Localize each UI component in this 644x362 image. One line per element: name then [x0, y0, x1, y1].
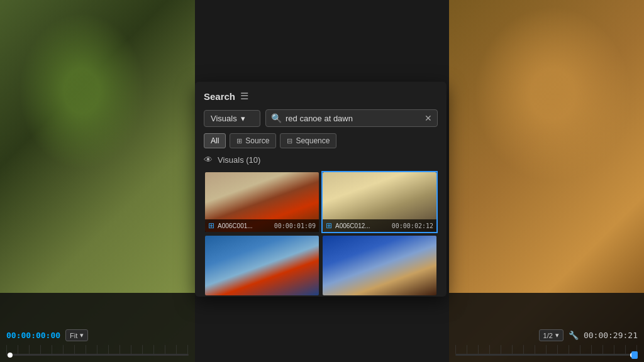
search-panel: Search ☰ Visuals ▾ 🔍 ✕ All ⊞ Source ⊟ Se…: [195, 82, 447, 297]
visuals-label: Visuals: [211, 114, 237, 123]
right-controls-row: 1/2 ▾ 🔧 00:00:29:21: [455, 329, 638, 341]
fit-dropdown[interactable]: Fit ▾: [65, 329, 88, 341]
result-item-4[interactable]: [321, 234, 438, 297]
timeline-handle[interactable]: [8, 353, 13, 358]
result-thumb-3: [205, 236, 319, 295]
clip-name-1: A006C001...: [218, 222, 271, 229]
result-item-2[interactable]: ⊞ A006C012... 00:00:02:12: [321, 171, 438, 233]
filter-row: All ⊞ Source ⊟ Sequence: [204, 133, 438, 148]
visuals-dropdown[interactable]: Visuals ▾: [204, 110, 260, 127]
section-title: Visuals (10): [218, 155, 260, 165]
clip-icon-1: ⊞: [208, 221, 214, 230]
left-timecode: 00:00:00:00: [6, 331, 60, 340]
right-timecode: 00:00:29:21: [584, 331, 638, 340]
sequence-icon: ⊟: [287, 137, 292, 145]
search-input-wrap: 🔍 ✕: [265, 109, 438, 127]
filter-all-button[interactable]: All: [204, 133, 226, 148]
chevron-down-icon: ▾: [241, 114, 245, 123]
source-grid-icon: ⊞: [236, 137, 242, 145]
ratio-dropdown[interactable]: 1/2 ▾: [539, 329, 564, 341]
right-panel: 1/2 ▾ 🔧 00:00:29:21: [449, 293, 644, 362]
search-input[interactable]: [286, 114, 421, 123]
clip-duration-2: 00:00:02:12: [392, 222, 433, 229]
clip-icon-2: ⊞: [326, 221, 332, 230]
result-item-1[interactable]: ⊞ A006C001... 00:00:01:09: [204, 171, 320, 233]
results-grid: ⊞ A006C001... 00:00:01:09 ⊞ A006C012... …: [204, 171, 438, 297]
search-controls: Visuals ▾ 🔍 ✕: [204, 109, 438, 127]
search-panel-title: Search: [204, 91, 235, 102]
right-timeline-ruler: [455, 345, 638, 354]
wrench-icon[interactable]: 🔧: [569, 331, 579, 340]
result-info-2: ⊞ A006C012... 00:00:02:12: [323, 219, 436, 232]
filter-sequence-label: Sequence: [296, 136, 330, 145]
timeline-ruler: [6, 345, 189, 354]
filter-sequence-button[interactable]: ⊟ Sequence: [280, 133, 336, 148]
result-item-3[interactable]: [204, 234, 320, 297]
left-panel: 00:00:00:00 Fit ▾: [0, 293, 195, 362]
section-header: 👁 Visuals (10): [204, 155, 438, 165]
hamburger-icon[interactable]: ☰: [240, 90, 248, 102]
eye-icon: 👁: [204, 155, 213, 165]
timecode-row: 00:00:00:00 Fit ▾: [6, 329, 189, 341]
result-info-1: ⊞ A006C001... 00:00:01:09: [205, 219, 319, 232]
chevron-down-icon: ▾: [555, 331, 559, 339]
clear-icon[interactable]: ✕: [425, 113, 432, 123]
clip-duration-1: 00:00:01:09: [274, 222, 316, 229]
chevron-down-icon: ▾: [80, 331, 84, 339]
clip-name-2: A006C012...: [335, 222, 389, 229]
ratio-label: 1/2: [543, 332, 553, 339]
fit-label: Fit: [70, 332, 77, 339]
timeline-bar[interactable]: [6, 354, 189, 356]
search-icon: 🔍: [271, 113, 282, 123]
right-end-marker: [631, 351, 638, 359]
filter-all-label: All: [211, 136, 219, 145]
right-timeline-bar[interactable]: [455, 354, 638, 356]
filter-source-label: Source: [245, 136, 269, 145]
result-thumb-4: [323, 236, 436, 295]
filter-source-button[interactable]: ⊞ Source: [230, 133, 276, 148]
search-header: Search ☰: [204, 90, 438, 102]
